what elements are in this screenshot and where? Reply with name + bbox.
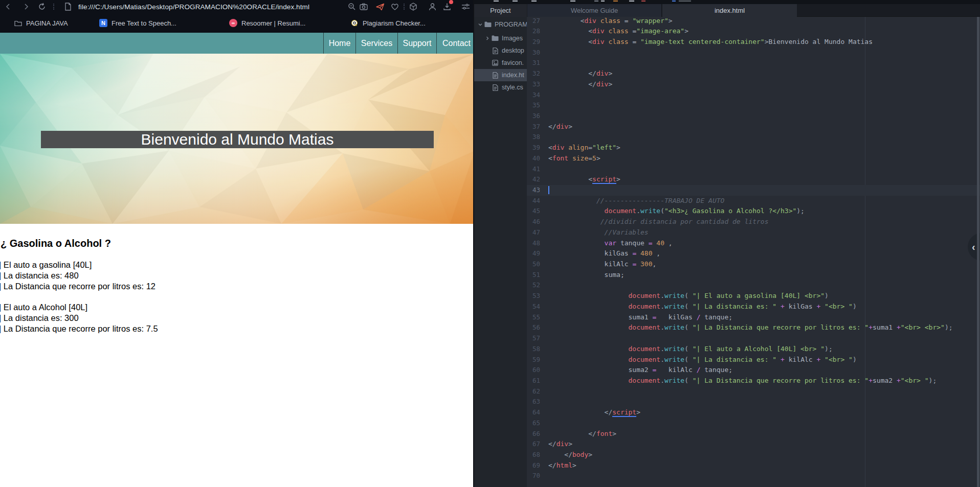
window-behind-artifact: [513, 1, 518, 2]
code-text: document.write( "| La Distancia que reco…: [548, 323, 953, 331]
editor-line-45[interactable]: 45 document.write("<h3>¿ Gasolina o Alco…: [527, 206, 980, 217]
page-body-text: | El auto a gasolina [40L]| La distancia…: [0, 260, 158, 334]
editor-line-58[interactable]: 58 document.write( "| El auto a Alcohol …: [527, 344, 980, 355]
editor-line-61[interactable]: 61 document.write( "| La Distancia que r…: [527, 376, 980, 386]
editor-line-52[interactable]: 52: [527, 280, 980, 291]
editor-line-48[interactable]: 48 var tanque = 40 ,: [527, 238, 980, 249]
editor-line-36[interactable]: 36: [527, 111, 980, 122]
window-behind-artifact: [601, 1, 605, 2]
line-number: 64: [527, 407, 540, 418]
editor-line-39[interactable]: 39<div align="left">: [527, 143, 980, 153]
profile-person-icon[interactable]: [427, 2, 437, 12]
nav-button-services[interactable]: Services: [355, 33, 397, 54]
editor-line-29[interactable]: 29 <div class = "image-text centered-con…: [527, 37, 980, 48]
editor-line-66[interactable]: 66 </font>: [527, 429, 980, 439]
line-number: 32: [527, 68, 540, 79]
bookmark-item[interactable]: PAGINA JAVA: [14, 13, 68, 33]
forward-icon[interactable]: [21, 2, 31, 12]
bookmark-item[interactable]: Plagiarism Checker...: [351, 13, 426, 33]
document-icon[interactable]: [63, 2, 73, 12]
url-text[interactable]: file:///C:/Users/Matias/Desktop/PROGRAMA…: [78, 0, 309, 13]
line-number: 35: [527, 100, 540, 111]
editor-line-60[interactable]: 60 suma2 = kilAlc / tanque;: [527, 365, 980, 376]
code-text: <div align="left">: [548, 144, 620, 151]
editor-line-42[interactable]: 42 <script>: [527, 174, 980, 185]
editor-line-62[interactable]: 62: [527, 386, 980, 397]
refresh-icon[interactable]: [37, 2, 47, 12]
code-editor[interactable]: 27 <div class = "wrapper">28 <div class …: [527, 17, 980, 487]
bookmark-label: Resoomer | Resumi...: [241, 19, 305, 27]
editor-line-40[interactable]: 40<font size=5>: [527, 153, 980, 164]
tab-welcome-guide[interactable]: Welcome Guide: [527, 4, 662, 17]
download-badge: [449, 0, 453, 4]
back-icon[interactable]: [3, 2, 13, 12]
nav-button-support[interactable]: Support: [397, 33, 436, 54]
folder-icon: [484, 21, 492, 28]
editor-line-55[interactable]: 55 suma1 = kilGas / tanque;: [527, 312, 980, 323]
line-number: 55: [527, 312, 540, 323]
code-text: </script>: [548, 408, 640, 416]
code-text: suma;: [548, 271, 625, 279]
editor-line-56[interactable]: 56 document.write( "| La Distancia que r…: [527, 322, 980, 333]
editor-line-68[interactable]: 68 </body>: [527, 450, 980, 460]
editor-line-44[interactable]: 44 //---------------TRABAJO DE AUTO: [527, 196, 980, 206]
editor-line-49[interactable]: 49 kilGas = 480 ,: [527, 248, 980, 259]
tab-index-html[interactable]: index.html: [662, 4, 797, 17]
tree-item-favicon[interactable]: favicon.: [474, 57, 527, 69]
tree-item-images[interactable]: Images: [474, 32, 527, 44]
editor-line-69[interactable]: 69</html>: [527, 460, 980, 471]
tree-item-program[interactable]: PROGRAM: [474, 18, 527, 31]
editor-line-64[interactable]: 64 </script>: [527, 407, 980, 418]
tree-item-desktop[interactable]: desktop: [474, 44, 527, 57]
line-number: 33: [527, 79, 540, 90]
flow-paperplane-icon[interactable]: [375, 2, 385, 12]
editor-line-65[interactable]: 65: [527, 418, 980, 429]
code-text: </div>: [548, 80, 612, 88]
editor-line-30[interactable]: 30: [527, 48, 980, 58]
folder-icon: [491, 35, 499, 41]
editor-line-53[interactable]: 53 document.write( "| El auto a gasolina…: [527, 291, 980, 302]
editor-scrollbar[interactable]: [977, 17, 979, 487]
editor-line-43[interactable]: 43: [527, 185, 980, 196]
editor-line-50[interactable]: 50 kilAlc = 300,: [527, 259, 980, 270]
editor-line-54[interactable]: 54 document.write( "| La distancia es: "…: [527, 302, 980, 312]
editor-line-63[interactable]: 63: [527, 397, 980, 407]
bookmark-item[interactable]: ∞Resoomer | Resumi...: [229, 13, 305, 33]
line-number: 50: [527, 259, 540, 270]
editor-line-37[interactable]: 37</div>: [527, 122, 980, 132]
editor-line-31[interactable]: 31: [527, 58, 980, 68]
editor-line-51[interactable]: 51 suma;: [527, 270, 980, 281]
tree-item-label: PROGRAM: [495, 21, 527, 28]
extensions-cube-icon[interactable]: [408, 2, 418, 12]
bookmark-item[interactable]: NFree Text to Speech...: [99, 13, 176, 33]
downloads-icon[interactable]: [442, 2, 452, 12]
file-icon: [491, 72, 499, 79]
settings-sliders-icon[interactable]: [460, 2, 471, 12]
editor-line-59[interactable]: 59 document.write( "| La distancia es: "…: [527, 355, 980, 365]
editor-line-28[interactable]: 28 <div class ="image-area">: [527, 26, 980, 37]
editor-line-35[interactable]: 35: [527, 100, 980, 111]
editor-line-27[interactable]: 27 <div class = "wrapper">: [527, 17, 980, 26]
tree-item-indexht[interactable]: index.ht: [474, 69, 527, 81]
editor-line-38[interactable]: 38: [527, 132, 980, 143]
tree-item-stylecs[interactable]: style.cs: [474, 81, 527, 94]
window-behind-artifact: [641, 1, 645, 2]
snapshot-camera-icon[interactable]: [359, 2, 369, 12]
editor-line-32[interactable]: 32 </div>: [527, 68, 980, 79]
nav-button-home[interactable]: Home: [323, 33, 355, 54]
editor-line-34[interactable]: 34: [527, 90, 980, 101]
favorites-heart-icon[interactable]: [390, 2, 400, 12]
search-zoom-icon[interactable]: [347, 2, 357, 12]
editor-line-47[interactable]: 47 //Variables: [527, 227, 980, 238]
editor-line-33[interactable]: 33 </div>: [527, 79, 980, 90]
editor-line-70[interactable]: 70: [527, 471, 980, 481]
editor-line-41[interactable]: 41: [527, 164, 980, 175]
code-text: </div>: [548, 69, 612, 77]
output-line: [0, 291, 158, 302]
editor-line-46[interactable]: 46 //dividir distancia por cantidad de l…: [527, 217, 980, 227]
editor-line-67[interactable]: 67</div>: [527, 439, 980, 450]
nav-button-contact[interactable]: Contact: [436, 33, 476, 54]
project-panel-tab[interactable]: Project: [474, 4, 527, 17]
editor-line-57[interactable]: 57: [527, 333, 980, 344]
code-text: <script>: [548, 175, 620, 183]
